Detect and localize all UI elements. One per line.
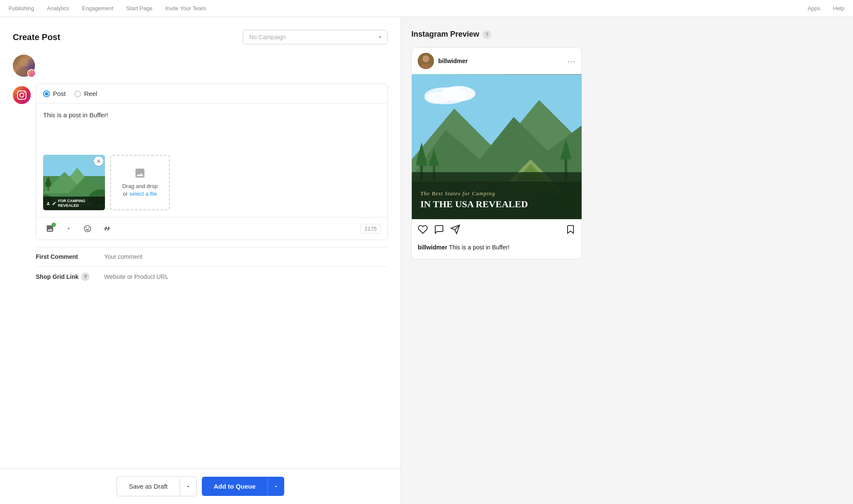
post-type-reel[interactable]: Reel xyxy=(74,90,97,97)
bookmark-button[interactable] xyxy=(565,224,576,236)
post-card: Post Reel This is a post in Buffer! xyxy=(36,84,388,240)
nav-help[interactable]: Help xyxy=(833,5,844,12)
add-media-box[interactable]: Drag and drop or select a file xyxy=(110,155,170,210)
instagram-account-badge xyxy=(27,69,36,78)
preview-image-overlay: The Best States for Camping IN THE USA R… xyxy=(412,182,582,219)
preview-title: Instagram Preview xyxy=(411,30,479,39)
preview-username: billwidmer xyxy=(438,58,468,64)
chevron-down-icon xyxy=(273,484,279,490)
post-type-reel-label: Reel xyxy=(84,90,97,97)
bookmark-icon xyxy=(565,224,576,235)
nav-publishing[interactable]: Publishing xyxy=(9,5,34,12)
svg-point-0 xyxy=(20,58,28,67)
reel-radio-circle xyxy=(74,90,81,97)
preview-image: The Best States for Camping IN THE USA R… xyxy=(412,74,582,219)
emoji-button[interactable] xyxy=(81,222,94,235)
chevron-down-icon: ▾ xyxy=(379,34,381,40)
page-title: Create Post xyxy=(13,32,60,42)
add-to-queue-button[interactable]: Add to Queue xyxy=(202,477,268,496)
post-radio-circle xyxy=(43,90,50,97)
hashtag-icon xyxy=(102,224,111,233)
close-icon xyxy=(96,158,102,164)
chevron-down-icon xyxy=(185,484,191,490)
account-avatar[interactable] xyxy=(13,55,35,77)
extra-fields: First Comment Shop Grid Link ? xyxy=(36,247,388,287)
first-comment-row: First Comment xyxy=(36,247,388,266)
instagram-platform-icon[interactable] xyxy=(13,86,31,104)
campaign-dropdown[interactable]: No Campaign ▾ xyxy=(243,30,388,44)
first-comment-input[interactable] xyxy=(104,253,388,260)
thumbnail-label: for campingrevealed xyxy=(58,199,85,208)
shop-grid-row: Shop Grid Link ? xyxy=(36,266,388,287)
create-post-header: Create Post No Campaign ▾ xyxy=(13,30,388,44)
nav-apps[interactable]: Apps xyxy=(808,5,821,12)
share-button[interactable] xyxy=(450,224,460,236)
add-to-queue-dropdown-button[interactable] xyxy=(268,478,284,495)
add-to-queue-button-group: Add to Queue xyxy=(202,477,284,496)
image-toolbar-button[interactable] xyxy=(43,222,57,235)
top-navigation: Publishing Analytics Engagement Start Pa… xyxy=(0,0,853,17)
media-area: for campingrevealed xyxy=(36,155,387,217)
preview-caption: billwidmer This is a post in Buffer! xyxy=(412,241,582,259)
ai-dot-indicator xyxy=(52,223,56,227)
hashtag-button[interactable] xyxy=(99,222,113,235)
preview-avatar-image xyxy=(418,53,434,69)
char-count: 2175 xyxy=(361,224,381,234)
post-text-input[interactable]: This is a post in Buffer! xyxy=(36,104,387,155)
chevron-down-icon xyxy=(66,226,72,232)
svg-point-18 xyxy=(425,92,450,104)
post-type-post-label: Post xyxy=(53,90,66,97)
save-draft-dropdown-button[interactable] xyxy=(180,478,196,495)
heart-icon xyxy=(418,224,428,235)
shop-grid-input[interactable] xyxy=(104,273,388,280)
more-options-icon[interactable]: ··· xyxy=(567,56,576,66)
shop-grid-help-icon[interactable]: ? xyxy=(81,272,90,281)
instagram-preview-card: billwidmer ··· xyxy=(411,47,582,259)
save-draft-button[interactable]: Save as Draft xyxy=(117,477,180,496)
like-button[interactable] xyxy=(418,224,428,236)
preview-overlay-title: IN THE USA REVEALED xyxy=(420,199,573,210)
preview-help-icon[interactable]: ? xyxy=(483,30,491,39)
comment-button[interactable] xyxy=(434,224,444,236)
post-toolbar: 2175 xyxy=(36,217,387,240)
preview-card-header: billwidmer ··· xyxy=(412,48,582,74)
preview-avatar xyxy=(418,53,434,69)
nav-invite[interactable]: Invite Your Team xyxy=(165,5,206,12)
preview-header: Instagram Preview ? xyxy=(411,30,843,39)
post-form-wrapper: Post Reel This is a post in Buffer! xyxy=(13,84,388,468)
instagram-icon-side xyxy=(13,84,31,468)
shop-grid-label: Shop Grid Link ? xyxy=(36,272,104,281)
instagram-icon xyxy=(17,90,26,100)
nav-start-page[interactable]: Start Page xyxy=(126,5,152,12)
preview-overlay-subtitle: The Best States for Camping xyxy=(420,190,573,197)
select-file-link[interactable]: select a file xyxy=(129,191,157,197)
preview-account-info: billwidmer xyxy=(418,53,468,69)
ai-dropdown-button[interactable] xyxy=(62,222,76,235)
campaign-placeholder: No Campaign xyxy=(249,34,286,41)
remove-media-button[interactable] xyxy=(94,156,103,166)
first-comment-label: First Comment xyxy=(36,253,104,260)
account-row xyxy=(13,55,388,77)
edit-icon xyxy=(52,201,56,206)
save-draft-button-group: Save as Draft xyxy=(116,476,197,496)
share-icon xyxy=(450,224,460,235)
thumbnail-overlay: for campingrevealed xyxy=(43,197,105,210)
caption-post-text: This is a post in Buffer! xyxy=(449,244,509,251)
comment-icon xyxy=(434,224,444,235)
person-icon xyxy=(46,201,50,206)
nav-engagement[interactable]: Engagement xyxy=(82,5,114,12)
image-placeholder-icon xyxy=(134,167,146,179)
post-type-tabs: Post Reel xyxy=(36,84,387,104)
caption-username: billwidmer xyxy=(418,244,447,251)
nav-analytics[interactable]: Analytics xyxy=(47,5,69,12)
emoji-icon xyxy=(83,224,92,233)
post-type-post[interactable]: Post xyxy=(43,90,66,97)
preview-actions xyxy=(412,219,582,241)
svg-point-13 xyxy=(422,55,429,62)
action-bar: Save as Draft Add to Queue xyxy=(0,468,401,504)
post-form-content: Post Reel This is a post in Buffer! xyxy=(36,84,388,468)
drag-drop-text: Drag and drop or select a file xyxy=(122,182,157,198)
preview-panel: Instagram Preview ? billwidme xyxy=(401,17,853,504)
media-thumbnail: for campingrevealed xyxy=(43,155,105,210)
instagram-icon xyxy=(29,71,34,76)
